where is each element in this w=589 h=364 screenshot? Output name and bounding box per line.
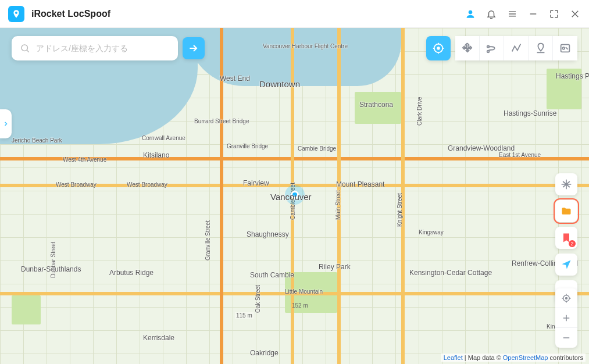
road <box>337 28 341 364</box>
multi-spot-route-button[interactable] <box>504 36 529 60</box>
mode-toolbar <box>426 36 577 60</box>
navigate-button[interactable] <box>555 254 577 276</box>
move-mode-button[interactable] <box>455 36 480 60</box>
road <box>401 28 405 364</box>
cooldown-button[interactable] <box>555 173 577 195</box>
road <box>220 28 223 364</box>
favorites-folder-button[interactable] <box>555 200 577 222</box>
two-spot-route-button[interactable] <box>480 36 504 60</box>
scale-bar: 115 m <box>235 312 254 319</box>
mode-group <box>455 36 577 60</box>
svg-line-8 <box>27 50 29 52</box>
search-bar <box>12 36 205 60</box>
bookmarks-button[interactable]: 2 <box>555 227 577 249</box>
search-input[interactable] <box>36 44 170 53</box>
expand-panel-handle[interactable] <box>0 109 12 138</box>
titlebar: iRocket LocSpoof <box>0 0 589 28</box>
elevation-label: 152 m <box>292 302 308 309</box>
park-area <box>547 69 581 109</box>
gpx-import-button[interactable] <box>553 36 577 60</box>
minimize-icon[interactable] <box>527 8 539 20</box>
svg-point-9 <box>437 47 440 50</box>
svg-point-15 <box>562 47 565 49</box>
close-icon[interactable] <box>569 8 581 20</box>
bell-icon[interactable] <box>486 8 497 20</box>
osm-link[interactable]: OpenStreetMap <box>503 354 548 361</box>
current-location-marker[interactable] <box>285 185 305 205</box>
road <box>0 292 589 295</box>
account-icon[interactable] <box>465 8 476 20</box>
road <box>0 157 589 160</box>
map-attribution: Leaflet | Map data © OpenStreetMap contr… <box>441 354 586 362</box>
leaflet-link[interactable]: Leaflet <box>444 354 463 361</box>
titlebar-actions <box>465 8 581 20</box>
map[interactable]: West EndDowntownVancouver Harbour Flight… <box>0 28 589 364</box>
park-area <box>12 295 41 324</box>
zoom-in-button[interactable] <box>555 308 577 328</box>
menu-icon[interactable] <box>506 8 518 20</box>
svg-point-19 <box>566 297 567 299</box>
zoom-controls <box>555 288 577 348</box>
bookmarks-badge: 2 <box>569 240 576 247</box>
park-area <box>355 92 401 124</box>
search-box[interactable] <box>12 36 178 60</box>
maximize-icon[interactable] <box>548 8 560 20</box>
locate-me-button[interactable] <box>555 288 577 308</box>
zoom-out-button[interactable] <box>555 328 577 348</box>
right-toolbar: 2 <box>555 173 577 302</box>
app-title: iRocket LocSpoof <box>31 9 110 19</box>
app-logo <box>8 6 24 22</box>
teleport-mode-button[interactable] <box>426 36 451 60</box>
jump-teleport-button[interactable] <box>529 36 553 60</box>
svg-point-7 <box>22 45 28 51</box>
search-go-button[interactable] <box>183 37 205 59</box>
svg-point-0 <box>469 10 472 14</box>
search-icon <box>20 43 30 53</box>
